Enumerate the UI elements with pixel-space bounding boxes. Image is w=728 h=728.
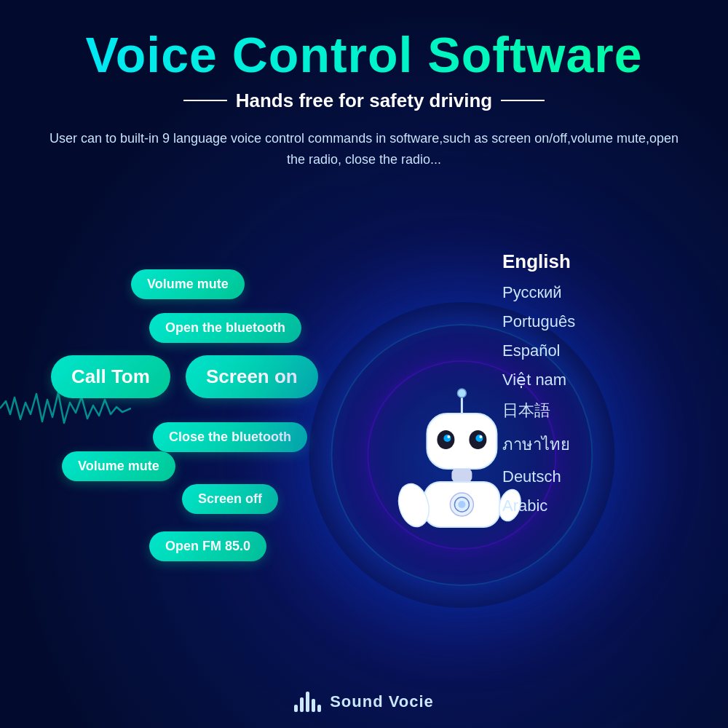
lang-russian: Русский <box>502 280 706 305</box>
svg-point-5 <box>443 435 451 442</box>
pill-open-fm: Open FM 85.0 <box>149 531 266 561</box>
pill-screen-off: Screen off <box>182 484 278 514</box>
lang-arabic: Arabic <box>502 494 706 518</box>
pill-call-tom: Call Tom <box>51 355 170 398</box>
pill-volume-mute-2: Volume mute <box>62 451 175 481</box>
lang-portuguese: Português <box>502 309 706 334</box>
pill-close-bluetooth: Close the bluetooth <box>153 422 307 452</box>
subtitle-text: Hands free for safety driving <box>236 90 493 112</box>
subtitle: Hands free for safety driving <box>0 90 728 112</box>
pill-open-bluetooth: Open the bluetooth <box>149 313 301 343</box>
subtitle-line-left <box>183 100 227 101</box>
pills-area: Volume muteOpen the bluetoothCall TomScr… <box>15 226 349 684</box>
description: User can to built-in 9 language voice co… <box>0 128 728 171</box>
svg-point-7 <box>447 435 450 438</box>
main-content: Voice Control Software Hands free for sa… <box>0 0 728 728</box>
waveform-icon <box>294 692 321 712</box>
svg-point-6 <box>475 435 483 442</box>
header: Voice Control Software Hands free for sa… <box>0 0 728 171</box>
wave-bar-3 <box>306 692 309 712</box>
pill-screen-on: Screen on <box>186 355 318 398</box>
svg-point-8 <box>479 435 482 438</box>
wave-bar-4 <box>312 699 315 712</box>
main-title: Voice Control Software <box>0 28 728 82</box>
lang-japanese: 日本語 <box>502 397 706 424</box>
languages-area: EnglishРусскийPortuguêsEspañolViệt nam日本… <box>502 248 706 518</box>
svg-point-1 <box>457 389 466 397</box>
middle-section: Volume muteOpen the bluetoothCall TomScr… <box>0 226 728 684</box>
lang-vietnamese: Việt nam <box>502 368 706 392</box>
footer: Sound Vocie <box>0 692 728 712</box>
brand-name: Sound Vocie <box>330 692 434 711</box>
lang-english: English <box>502 248 706 276</box>
lang-spanish: Español <box>502 339 706 363</box>
wave-bar-1 <box>294 705 298 712</box>
wave-bar-2 <box>300 697 304 712</box>
lang-thai: ภาษาไทย <box>502 429 706 460</box>
svg-rect-9 <box>451 469 472 482</box>
pill-volume-mute-1: Volume mute <box>131 269 245 299</box>
subtitle-line-right <box>501 100 545 101</box>
lang-german: Deutsch <box>502 464 706 489</box>
wave-bar-5 <box>317 705 321 712</box>
svg-point-13 <box>458 501 465 508</box>
